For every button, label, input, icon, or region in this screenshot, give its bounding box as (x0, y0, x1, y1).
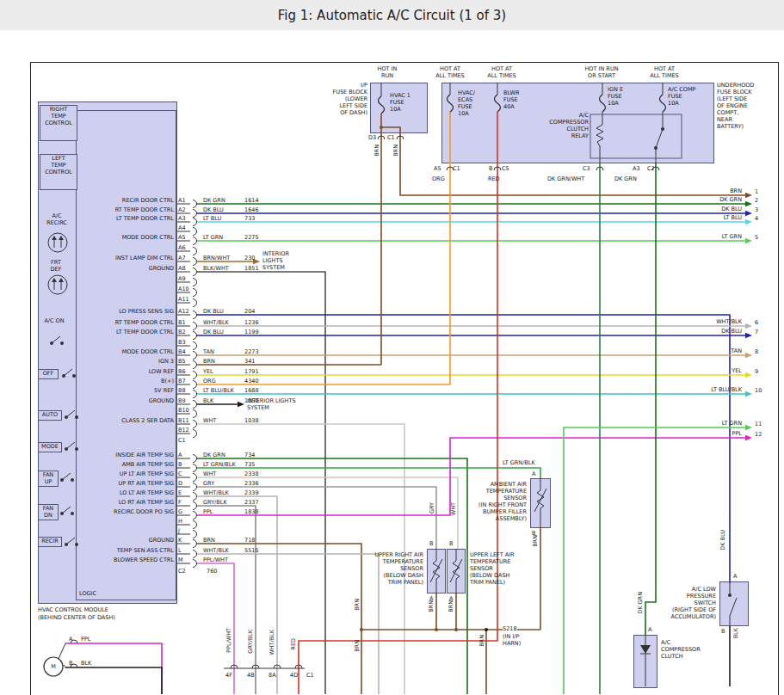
hvac-module-inner-box (76, 110, 176, 600)
upper-right-air-temp-sensor-box (427, 549, 446, 594)
ambient-air-temp-sensor-box (530, 478, 551, 528)
ip-fuse-block-box (370, 83, 428, 133)
wiring-diagram-page: Fig 1: Automatic A/C Circuit (1 of 3) HO… (0, 0, 784, 695)
ac-low-pressure-switch-box (719, 581, 749, 626)
underhood-fuse-block-box (441, 83, 714, 163)
upper-left-air-temp-sensor-box (447, 549, 466, 594)
ac-compressor-clutch-box (633, 635, 657, 688)
figure-title-bar: Fig 1: Automatic A/C Circuit (1 of 3) (0, 0, 784, 30)
figure-title: Fig 1: Automatic A/C Circuit (1 of 3) (278, 8, 506, 23)
